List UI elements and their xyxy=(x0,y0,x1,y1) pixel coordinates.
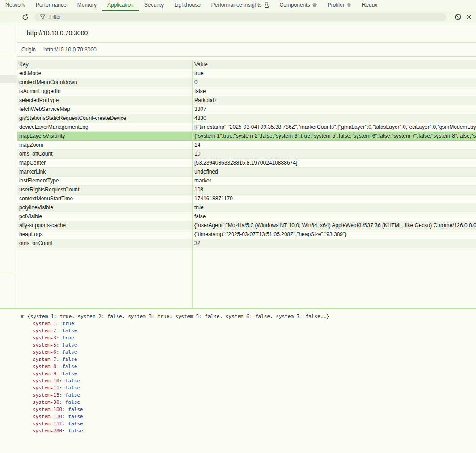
property-value: false xyxy=(68,414,83,419)
tab-label: Application xyxy=(107,2,134,8)
property-name: system-1 xyxy=(33,321,56,326)
clear-storage-button[interactable] xyxy=(453,12,463,22)
tab-lighthouse[interactable]: Lighthouse xyxy=(169,0,206,11)
table-row[interactable]: heapLogs{"timestamp":"2025-03-07T13:51:0… xyxy=(17,230,476,239)
table-row[interactable]: mapZoom14 xyxy=(17,141,476,150)
tab-label: Performance insights xyxy=(211,2,262,8)
storage-table-body: editModetruecontextMenuCountdown0isAdmin… xyxy=(17,69,476,248)
object-property[interactable]: system-200: false xyxy=(33,428,476,435)
property-name: system-9 xyxy=(33,371,56,377)
property-name: system-110 xyxy=(33,414,62,419)
table-row[interactable]: gisStationsStaticRequestCount-createDevi… xyxy=(17,114,476,123)
sidebar-divider xyxy=(0,57,17,57)
property-value: false xyxy=(68,421,83,427)
object-property[interactable]: system-3: true xyxy=(33,334,476,342)
table-row[interactable]: mapCenter[53.23940863328815,8.1970024108… xyxy=(17,159,476,168)
table-row[interactable]: oms_offCount10 xyxy=(17,150,476,159)
tab-redux[interactable]: Redux xyxy=(357,0,383,11)
property-name: system-10 xyxy=(33,378,59,384)
table-row[interactable]: polylineVisibletrue xyxy=(17,203,476,212)
property-name: system-2 xyxy=(33,328,56,334)
tab-performance[interactable]: Performance xyxy=(30,0,72,11)
object-property[interactable]: system-110: false xyxy=(33,413,476,420)
refresh-button[interactable] xyxy=(20,12,30,22)
object-property[interactable]: system-11: false xyxy=(33,385,476,392)
column-resize-handle[interactable] xyxy=(192,60,193,308)
property-name: system-100 xyxy=(33,406,62,412)
property-name: system-6 xyxy=(33,349,56,355)
table-row[interactable]: poiVisiblefalse xyxy=(17,212,476,221)
row-key: lastElementType xyxy=(17,177,192,185)
row-key: gisStationsStaticRequestCount-createDevi… xyxy=(17,114,192,123)
object-property[interactable]: system-9: false xyxy=(33,370,476,377)
property-value: false xyxy=(65,385,80,391)
property-value: false xyxy=(62,364,77,369)
tab-label: Performance xyxy=(36,2,67,8)
property-value: false xyxy=(65,399,80,405)
row-key: userRightsRequestCount xyxy=(17,186,192,194)
value-preview-pane: ▼ {system-1: true, system-2: false, syst… xyxy=(0,309,476,453)
row-value: 1741618871179 xyxy=(192,195,476,203)
table-row[interactable]: deviceLayerManagementLog[{"timestamp":"2… xyxy=(17,123,476,132)
table-row[interactable]: contextMenuCountdown0 xyxy=(17,78,476,87)
sidebar-selected-item[interactable] xyxy=(0,75,17,83)
datagrid-header: Key Value xyxy=(17,60,476,69)
row-value: 0 xyxy=(192,78,476,87)
table-row[interactable]: userRightsRequestCount108 xyxy=(17,186,476,195)
object-property[interactable]: system-2: false xyxy=(33,327,476,334)
table-row[interactable]: oms_onCount32 xyxy=(17,239,476,248)
table-row[interactable]: selectedPoiTypeParkplatz xyxy=(17,96,476,105)
row-value: Parkplatz xyxy=(192,96,476,105)
table-row[interactable]: markerLinkundefined xyxy=(17,168,476,177)
tab-memory[interactable]: Memory xyxy=(72,0,102,11)
tab-label: Security xyxy=(144,2,164,8)
origin-row: Origin http://10.10.0.70:3000 xyxy=(17,43,476,57)
table-row[interactable]: contextMenuStartTime1741618871179 xyxy=(17,195,476,203)
table-row[interactable]: editModetrue xyxy=(17,69,476,78)
table-row[interactable]: isAdminLoggedInfalse xyxy=(17,87,476,96)
filter-input-wrap[interactable] xyxy=(34,13,446,21)
property-value: false xyxy=(62,356,77,362)
row-key: mapZoom xyxy=(17,141,192,149)
object-property[interactable]: system-8: false xyxy=(33,363,476,370)
row-key: mapLayersVisibility xyxy=(17,132,192,140)
object-property[interactable]: system-10: false xyxy=(33,377,476,385)
row-key: oms_offCount xyxy=(17,150,192,158)
row-value: 3807 xyxy=(192,105,476,114)
object-property[interactable]: system-6: false xyxy=(33,349,476,356)
origin-label: Origin xyxy=(21,47,36,53)
table-row[interactable]: mapLayersVisibility{"system-1":true,"sys… xyxy=(17,132,476,141)
storage-datagrid: Key Value editModetruecontextMenuCountdo… xyxy=(17,60,476,308)
close-button[interactable] xyxy=(463,12,474,22)
tab-label: Redux xyxy=(362,2,378,8)
clear-block-icon xyxy=(455,13,462,21)
tab-security[interactable]: Security xyxy=(139,0,169,11)
column-header-key[interactable]: Key xyxy=(17,60,192,69)
object-property[interactable]: system-13: false xyxy=(33,392,476,399)
table-row[interactable]: fetchWebServiceMap3807 xyxy=(17,105,476,114)
row-value: 32 xyxy=(192,239,476,248)
object-property[interactable]: system-7: false xyxy=(33,356,476,363)
refresh-icon xyxy=(22,14,29,21)
expand-caret-icon[interactable]: ▼ xyxy=(21,313,25,320)
tab-components[interactable]: Components xyxy=(274,0,322,11)
tab-performance-insights[interactable]: Performance insights xyxy=(206,0,274,11)
table-row[interactable]: ally-supports-cache{"userAgent":"Mozilla… xyxy=(17,221,476,230)
property-name: system-8 xyxy=(33,364,56,369)
row-key: heapLogs xyxy=(17,230,192,239)
row-value: [{"timestamp":"2025-03-04T09:35:38.786Z"… xyxy=(192,123,476,131)
tab-profiler[interactable]: Profiler xyxy=(322,0,357,11)
column-header-value[interactable]: Value xyxy=(192,60,476,69)
row-key: editMode xyxy=(17,69,192,78)
flask-icon xyxy=(264,2,269,8)
filter-input[interactable] xyxy=(49,14,441,20)
object-property[interactable]: system-30: false xyxy=(33,399,476,406)
object-property[interactable]: system-5: false xyxy=(33,342,476,349)
tab-network[interactable]: Network xyxy=(0,0,30,11)
object-property[interactable]: system-100: false xyxy=(33,406,476,413)
tab-application[interactable]: Application xyxy=(102,0,139,11)
row-value: false xyxy=(192,212,476,221)
table-row[interactable]: lastElementTypemarker xyxy=(17,177,476,186)
object-property[interactable]: system-111: false xyxy=(33,420,476,428)
object-property[interactable]: system-1: true xyxy=(33,320,476,327)
